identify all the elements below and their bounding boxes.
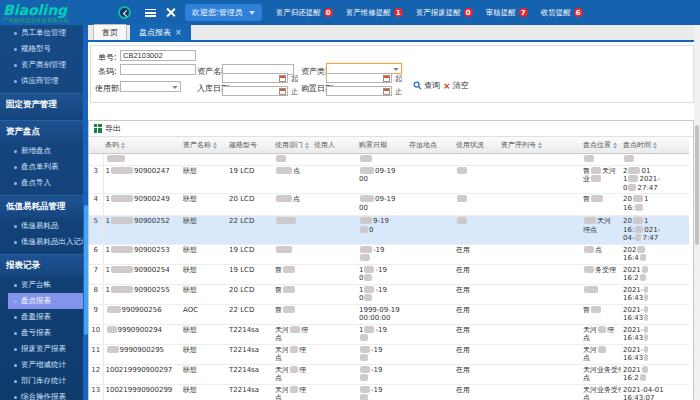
sidebar-item[interactable]: 资产台帐 — [0, 277, 83, 293]
redaction-smudge — [360, 374, 368, 381]
sidebar-item[interactable]: 低值易耗品出入记录 — [0, 234, 83, 250]
sidebar-section[interactable]: 报表记录 — [0, 254, 83, 277]
user-menu[interactable]: 欢迎您:管理员 — [185, 4, 262, 21]
sidebar-item[interactable]: 规格型号 — [0, 41, 83, 57]
sidebar: 员工单位管理规格型号资产类别管理供应商管理固定资产管理资产盘点新增盘点盘点单列表… — [0, 25, 83, 400]
inbound-date-from-input[interactable] — [222, 73, 288, 83]
redaction-smudge — [640, 274, 646, 281]
sidebar-section[interactable]: 固定资产管理 — [0, 93, 83, 116]
export-button[interactable]: 导出 — [105, 123, 121, 134]
sidebar-item[interactable]: 资产类别管理 — [0, 57, 83, 73]
table-row[interactable]: 13100219990900299联想T2214sa天河理点-19在用天河业务受… — [89, 384, 689, 400]
calendar-icon[interactable] — [279, 75, 286, 82]
sort-icon[interactable] — [653, 142, 657, 149]
table-row[interactable]: 12100219990900297联想T2214sa天河理点-19在用天河业务受… — [89, 364, 689, 384]
sort-icon[interactable] — [121, 142, 125, 149]
sidebar-item[interactable]: 盘亏报表 — [0, 325, 83, 341]
barcode-input[interactable] — [120, 64, 196, 75]
sort-icon[interactable] — [613, 142, 617, 149]
calendar-icon[interactable] — [383, 75, 390, 82]
tab[interactable]: 盘点报表× — [130, 24, 191, 40]
table-cell — [499, 194, 581, 216]
search-button[interactable]: 查询 — [413, 80, 440, 91]
dept-select[interactable] — [120, 81, 181, 92]
notification-item[interactable]: 资产报废提醒0 — [416, 8, 473, 18]
table-row[interactable]: 5190900252联想22 LCD9-190天河理点20116:021-04-… — [89, 216, 689, 245]
sidebar-section[interactable]: 资产盘点 — [0, 120, 83, 143]
column-header[interactable]: 使用部门 — [273, 137, 312, 154]
page-scrollbar-thumb[interactable] — [695, 125, 699, 245]
table-row[interactable]: 4190900249联想20 LCD点09-1900督20116: — [89, 194, 689, 216]
table-cell — [499, 324, 581, 344]
table-cell — [407, 364, 454, 384]
purchase-date-from-input[interactable] — [326, 73, 392, 83]
table-cell: 09-1900 — [357, 194, 407, 216]
sidebar-item[interactable]: 新增盘点 — [0, 143, 83, 159]
inbound-date-to-input[interactable] — [222, 86, 288, 96]
table-row[interactable] — [89, 154, 689, 166]
query-form: 单号: 条码: 资产名称: 资产类型: 使用部门: 入库日期: 起 止 购置日期… — [90, 45, 694, 103]
table-row[interactable]: 119990900295联想T2214sa天河理点-19在用天河点2021-16… — [89, 344, 689, 364]
table-cell: 联想 — [181, 216, 227, 245]
sidebar-item[interactable]: 盘盈报表 — [0, 309, 83, 325]
column-header[interactable]: 资产名称 — [181, 137, 227, 154]
sidebar-item[interactable]: 综合操作报表 — [0, 389, 83, 400]
notification-item[interactable]: 审核提醒7 — [486, 8, 528, 18]
table-row[interactable]: 9990900256AOC22 LCD督1999-09-1900:00:00在用… — [89, 304, 689, 324]
table-cell: 190900252 — [103, 216, 181, 245]
sidebar-item[interactable]: 盘点导入 — [0, 175, 83, 191]
redaction-smudge — [635, 226, 643, 233]
column-header[interactable]: 使用状况 — [454, 137, 499, 154]
purchase-date-to-input[interactable] — [326, 86, 392, 96]
menu-icon[interactable] — [145, 9, 156, 17]
calendar-icon[interactable] — [383, 88, 390, 95]
notification-item[interactable]: 收货提醒6 — [541, 8, 583, 18]
redaction-smudge — [628, 167, 640, 174]
sidebar-item[interactable]: 低值易耗品 — [0, 218, 83, 234]
notification-item[interactable]: 资产维修提醒1 — [346, 8, 403, 18]
collapse-sidebar-icon[interactable] — [118, 6, 131, 19]
column-header[interactable]: 存放地点 — [407, 137, 454, 154]
sidebar-item[interactable]: 供应商管理 — [0, 73, 83, 89]
table-row[interactable]: 8190900255联想20 LCD督1-190在用2021-16:43 — [89, 284, 689, 304]
column-header[interactable]: 条码 — [103, 137, 181, 154]
sidebar-item[interactable]: 盘点单列表 — [0, 159, 83, 175]
table-row[interactable]: 109990900294联想T2214sa天河理点1-19在用天河理点2021-… — [89, 324, 689, 344]
table-row[interactable]: 7190900254联想19 LCD督1-190在用务受理202116:2 — [89, 264, 689, 284]
sort-icon[interactable] — [538, 142, 542, 149]
sort-icon[interactable] — [213, 142, 217, 149]
tab[interactable]: 首页 — [93, 24, 127, 40]
sidebar-item[interactable]: 报废资产报表 — [0, 341, 83, 357]
order-no-input[interactable] — [120, 50, 196, 61]
calendar-icon[interactable] — [279, 88, 286, 95]
sidebar-scrollbar-thumb[interactable] — [84, 205, 88, 335]
table-row[interactable]: 6190900253联想19 LCD-19在用点20216:4 — [89, 244, 689, 264]
sidebar-item[interactable]: 资产增减统计 — [0, 357, 83, 373]
sidebar-item-label: 部门库存统计 — [21, 376, 66, 386]
close-icon[interactable]: × — [175, 30, 182, 36]
redaction-smudge — [360, 217, 372, 224]
table-cell: 990900256 — [103, 304, 181, 324]
sidebar-section[interactable]: 低值易耗品管理 — [0, 195, 83, 218]
notification-item[interactable]: 资产归还提醒0 — [276, 8, 333, 18]
column-header[interactable]: 盘点位置 — [581, 137, 621, 154]
table-cell — [499, 284, 581, 304]
clear-button[interactable]: × 清空 — [443, 80, 469, 91]
sidebar-item[interactable]: 部门库存统计 — [0, 373, 83, 389]
to-label: 止 — [395, 87, 403, 97]
table-row[interactable]: 3190900247联想19 LCD点09-1900督天河业20112021-0… — [89, 165, 689, 194]
sort-icon[interactable] — [305, 142, 309, 149]
table-cell: 2021-16:43 — [621, 284, 689, 304]
sidebar-item[interactable]: 员工单位管理 — [0, 25, 83, 41]
column-header[interactable]: 盘点时间 — [621, 137, 689, 154]
column-header[interactable]: 购置日期 — [357, 137, 407, 154]
sidebar-item[interactable]: 盘点报表 — [8, 293, 83, 309]
company-logo: Biaoling 广州标领信息科技有限公司 — [0, 3, 116, 23]
column-header[interactable]: 使用人 — [312, 137, 357, 154]
redaction-smudge — [644, 326, 648, 333]
redaction-smudge — [360, 195, 374, 202]
column-header[interactable]: 资产序列号 — [499, 137, 581, 154]
sidebar-item-label: 盘点报表 — [21, 296, 51, 306]
column-header[interactable]: 规格型号 — [227, 137, 273, 154]
close-all-icon[interactable] — [166, 8, 175, 17]
